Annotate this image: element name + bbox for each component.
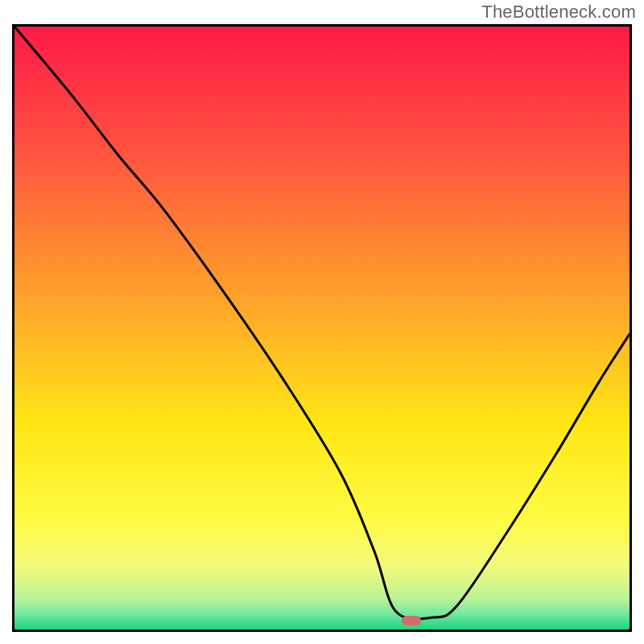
plot-area xyxy=(12,24,632,632)
bottleneck-curve xyxy=(14,27,630,630)
optimal-marker xyxy=(402,616,421,625)
chart-frame: TheBottleneck.com xyxy=(0,0,644,644)
watermark-text: TheBottleneck.com xyxy=(481,2,636,23)
